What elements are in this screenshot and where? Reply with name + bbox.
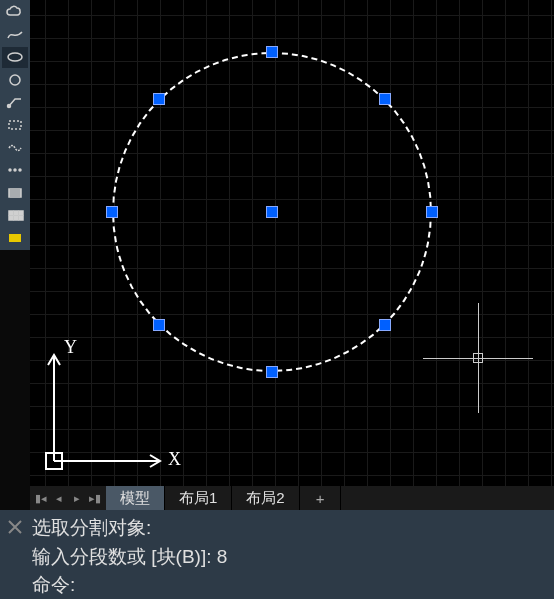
tab-next-button[interactable]: ▸: [68, 487, 86, 509]
grip-point[interactable]: [266, 366, 278, 378]
hatch-icon[interactable]: [2, 182, 28, 203]
tab-last-button[interactable]: ▸▮: [86, 487, 104, 509]
tab-layout2[interactable]: 布局2: [232, 486, 299, 510]
close-icon[interactable]: [6, 516, 24, 534]
command-line-panel: 选取分割对象: 输入分段数或 [块(B)]: 8 命令:: [0, 510, 554, 599]
svg-rect-8: [9, 211, 13, 215]
tab-layout1[interactable]: 布局1: [165, 486, 232, 510]
drawing-canvas[interactable]: Y X: [30, 0, 554, 486]
tab-prev-button[interactable]: ◂: [50, 487, 68, 509]
svg-point-2: [8, 105, 11, 108]
ellipse-icon[interactable]: [2, 47, 28, 68]
leader-icon[interactable]: [2, 92, 28, 113]
svg-point-4: [9, 169, 11, 171]
svg-rect-13: [19, 216, 23, 220]
grip-point[interactable]: [266, 46, 278, 58]
svg-rect-3: [9, 121, 21, 129]
grid-icon[interactable]: [2, 205, 28, 226]
grip-point[interactable]: [379, 93, 391, 105]
tab-nav-controls: ▮◂ ◂ ▸ ▸▮: [30, 486, 106, 510]
svg-rect-14: [9, 234, 21, 242]
cloud-icon[interactable]: [2, 2, 28, 23]
svg-rect-12: [14, 216, 18, 220]
command-prompt[interactable]: 命令:: [32, 571, 548, 599]
command-history-line: 输入分段数或 [块(B)]: 8: [32, 543, 548, 572]
grip-center[interactable]: [266, 206, 278, 218]
svg-point-0: [8, 53, 22, 61]
grip-point[interactable]: [379, 319, 391, 331]
spline-icon[interactable]: [2, 25, 28, 46]
grip-point[interactable]: [153, 319, 165, 331]
layout-tab-bar: ▮◂ ◂ ▸ ▸▮ 模型 布局1 布局2 +: [30, 486, 554, 510]
grip-point[interactable]: [153, 93, 165, 105]
svg-point-1: [10, 75, 20, 85]
grip-point[interactable]: [426, 206, 438, 218]
svg-rect-10: [19, 211, 23, 215]
tab-add-button[interactable]: +: [300, 486, 342, 510]
svg-rect-9: [14, 211, 18, 215]
svg-point-6: [19, 169, 21, 171]
circle-icon[interactable]: [2, 70, 28, 91]
left-toolbar: [0, 0, 30, 250]
freeform-icon[interactable]: [2, 137, 28, 158]
svg-point-5: [14, 169, 16, 171]
command-history-line: 选取分割对象:: [32, 514, 548, 543]
properties-icon[interactable]: [2, 227, 28, 248]
tab-model[interactable]: 模型: [106, 486, 165, 510]
rect-dashed-icon[interactable]: [2, 115, 28, 136]
grip-point[interactable]: [106, 206, 118, 218]
dots-icon[interactable]: [2, 160, 28, 181]
svg-rect-11: [9, 216, 13, 220]
tab-first-button[interactable]: ▮◂: [32, 487, 50, 509]
